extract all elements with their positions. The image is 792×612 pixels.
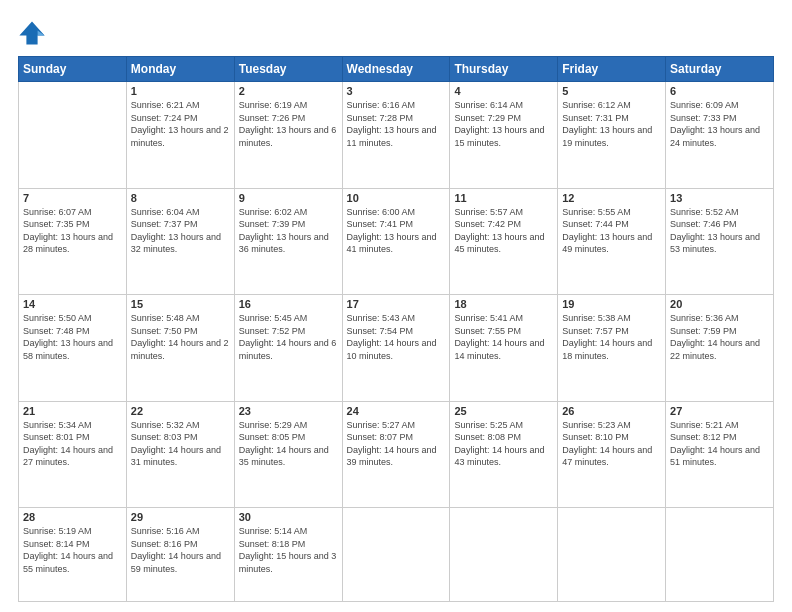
day-number: 13	[670, 192, 769, 204]
calendar-cell: 17Sunrise: 5:43 AMSunset: 7:54 PMDayligh…	[342, 295, 450, 402]
calendar-cell: 14Sunrise: 5:50 AMSunset: 7:48 PMDayligh…	[19, 295, 127, 402]
calendar-week-row: 28Sunrise: 5:19 AMSunset: 8:14 PMDayligh…	[19, 508, 774, 602]
day-info: Sunrise: 6:16 AMSunset: 7:28 PMDaylight:…	[347, 99, 446, 149]
calendar-cell: 13Sunrise: 5:52 AMSunset: 7:46 PMDayligh…	[666, 188, 774, 295]
calendar-cell: 7Sunrise: 6:07 AMSunset: 7:35 PMDaylight…	[19, 188, 127, 295]
day-info: Sunrise: 6:14 AMSunset: 7:29 PMDaylight:…	[454, 99, 553, 149]
day-info: Sunrise: 5:50 AMSunset: 7:48 PMDaylight:…	[23, 312, 122, 362]
calendar-cell: 4Sunrise: 6:14 AMSunset: 7:29 PMDaylight…	[450, 82, 558, 189]
weekday-header-saturday: Saturday	[666, 57, 774, 82]
calendar-cell: 19Sunrise: 5:38 AMSunset: 7:57 PMDayligh…	[558, 295, 666, 402]
weekday-header-monday: Monday	[126, 57, 234, 82]
calendar-cell: 22Sunrise: 5:32 AMSunset: 8:03 PMDayligh…	[126, 401, 234, 508]
day-info: Sunrise: 5:14 AMSunset: 8:18 PMDaylight:…	[239, 525, 338, 575]
calendar-cell: 29Sunrise: 5:16 AMSunset: 8:16 PMDayligh…	[126, 508, 234, 602]
calendar-cell	[342, 508, 450, 602]
calendar-cell: 1Sunrise: 6:21 AMSunset: 7:24 PMDaylight…	[126, 82, 234, 189]
day-info: Sunrise: 5:34 AMSunset: 8:01 PMDaylight:…	[23, 419, 122, 469]
day-info: Sunrise: 5:25 AMSunset: 8:08 PMDaylight:…	[454, 419, 553, 469]
calendar-cell	[19, 82, 127, 189]
day-number: 28	[23, 511, 122, 523]
day-number: 17	[347, 298, 446, 310]
calendar-cell: 21Sunrise: 5:34 AMSunset: 8:01 PMDayligh…	[19, 401, 127, 508]
logo-icon	[18, 18, 46, 46]
day-number: 21	[23, 405, 122, 417]
weekday-header-row: SundayMondayTuesdayWednesdayThursdayFrid…	[19, 57, 774, 82]
calendar-cell: 2Sunrise: 6:19 AMSunset: 7:26 PMDaylight…	[234, 82, 342, 189]
calendar-cell: 20Sunrise: 5:36 AMSunset: 7:59 PMDayligh…	[666, 295, 774, 402]
weekday-header-tuesday: Tuesday	[234, 57, 342, 82]
day-number: 18	[454, 298, 553, 310]
calendar-week-row: 7Sunrise: 6:07 AMSunset: 7:35 PMDaylight…	[19, 188, 774, 295]
day-info: Sunrise: 5:27 AMSunset: 8:07 PMDaylight:…	[347, 419, 446, 469]
calendar-cell: 12Sunrise: 5:55 AMSunset: 7:44 PMDayligh…	[558, 188, 666, 295]
day-info: Sunrise: 5:57 AMSunset: 7:42 PMDaylight:…	[454, 206, 553, 256]
day-number: 27	[670, 405, 769, 417]
day-number: 7	[23, 192, 122, 204]
day-number: 2	[239, 85, 338, 97]
calendar-cell: 15Sunrise: 5:48 AMSunset: 7:50 PMDayligh…	[126, 295, 234, 402]
day-info: Sunrise: 5:23 AMSunset: 8:10 PMDaylight:…	[562, 419, 661, 469]
calendar-cell	[450, 508, 558, 602]
day-info: Sunrise: 5:45 AMSunset: 7:52 PMDaylight:…	[239, 312, 338, 362]
calendar-cell: 10Sunrise: 6:00 AMSunset: 7:41 PMDayligh…	[342, 188, 450, 295]
day-info: Sunrise: 5:16 AMSunset: 8:16 PMDaylight:…	[131, 525, 230, 575]
calendar-cell: 16Sunrise: 5:45 AMSunset: 7:52 PMDayligh…	[234, 295, 342, 402]
day-info: Sunrise: 6:12 AMSunset: 7:31 PMDaylight:…	[562, 99, 661, 149]
calendar-cell: 11Sunrise: 5:57 AMSunset: 7:42 PMDayligh…	[450, 188, 558, 295]
day-number: 19	[562, 298, 661, 310]
day-info: Sunrise: 5:48 AMSunset: 7:50 PMDaylight:…	[131, 312, 230, 362]
day-number: 4	[454, 85, 553, 97]
calendar-cell: 23Sunrise: 5:29 AMSunset: 8:05 PMDayligh…	[234, 401, 342, 508]
day-info: Sunrise: 5:52 AMSunset: 7:46 PMDaylight:…	[670, 206, 769, 256]
day-info: Sunrise: 5:32 AMSunset: 8:03 PMDaylight:…	[131, 419, 230, 469]
day-info: Sunrise: 5:55 AMSunset: 7:44 PMDaylight:…	[562, 206, 661, 256]
day-number: 5	[562, 85, 661, 97]
day-info: Sunrise: 6:00 AMSunset: 7:41 PMDaylight:…	[347, 206, 446, 256]
calendar-cell: 26Sunrise: 5:23 AMSunset: 8:10 PMDayligh…	[558, 401, 666, 508]
calendar-cell: 24Sunrise: 5:27 AMSunset: 8:07 PMDayligh…	[342, 401, 450, 508]
day-number: 29	[131, 511, 230, 523]
calendar-cell	[558, 508, 666, 602]
day-number: 15	[131, 298, 230, 310]
day-number: 12	[562, 192, 661, 204]
day-info: Sunrise: 6:02 AMSunset: 7:39 PMDaylight:…	[239, 206, 338, 256]
weekday-header-wednesday: Wednesday	[342, 57, 450, 82]
day-info: Sunrise: 5:19 AMSunset: 8:14 PMDaylight:…	[23, 525, 122, 575]
calendar-cell: 30Sunrise: 5:14 AMSunset: 8:18 PMDayligh…	[234, 508, 342, 602]
day-number: 20	[670, 298, 769, 310]
calendar-cell: 9Sunrise: 6:02 AMSunset: 7:39 PMDaylight…	[234, 188, 342, 295]
calendar-cell: 6Sunrise: 6:09 AMSunset: 7:33 PMDaylight…	[666, 82, 774, 189]
calendar-cell: 18Sunrise: 5:41 AMSunset: 7:55 PMDayligh…	[450, 295, 558, 402]
day-number: 26	[562, 405, 661, 417]
calendar-cell: 5Sunrise: 6:12 AMSunset: 7:31 PMDaylight…	[558, 82, 666, 189]
calendar-week-row: 1Sunrise: 6:21 AMSunset: 7:24 PMDaylight…	[19, 82, 774, 189]
calendar-week-row: 21Sunrise: 5:34 AMSunset: 8:01 PMDayligh…	[19, 401, 774, 508]
day-number: 25	[454, 405, 553, 417]
day-info: Sunrise: 6:19 AMSunset: 7:26 PMDaylight:…	[239, 99, 338, 149]
calendar-cell: 28Sunrise: 5:19 AMSunset: 8:14 PMDayligh…	[19, 508, 127, 602]
calendar-cell	[666, 508, 774, 602]
day-number: 10	[347, 192, 446, 204]
day-info: Sunrise: 5:43 AMSunset: 7:54 PMDaylight:…	[347, 312, 446, 362]
day-info: Sunrise: 5:38 AMSunset: 7:57 PMDaylight:…	[562, 312, 661, 362]
day-info: Sunrise: 5:41 AMSunset: 7:55 PMDaylight:…	[454, 312, 553, 362]
day-number: 23	[239, 405, 338, 417]
day-number: 8	[131, 192, 230, 204]
weekday-header-thursday: Thursday	[450, 57, 558, 82]
calendar-cell: 3Sunrise: 6:16 AMSunset: 7:28 PMDaylight…	[342, 82, 450, 189]
day-number: 30	[239, 511, 338, 523]
day-info: Sunrise: 6:09 AMSunset: 7:33 PMDaylight:…	[670, 99, 769, 149]
day-number: 6	[670, 85, 769, 97]
calendar-week-row: 14Sunrise: 5:50 AMSunset: 7:48 PMDayligh…	[19, 295, 774, 402]
day-info: Sunrise: 5:36 AMSunset: 7:59 PMDaylight:…	[670, 312, 769, 362]
day-info: Sunrise: 6:07 AMSunset: 7:35 PMDaylight:…	[23, 206, 122, 256]
calendar-cell: 8Sunrise: 6:04 AMSunset: 7:37 PMDaylight…	[126, 188, 234, 295]
day-number: 24	[347, 405, 446, 417]
day-number: 9	[239, 192, 338, 204]
day-info: Sunrise: 6:04 AMSunset: 7:37 PMDaylight:…	[131, 206, 230, 256]
day-number: 1	[131, 85, 230, 97]
day-number: 14	[23, 298, 122, 310]
day-number: 16	[239, 298, 338, 310]
day-number: 22	[131, 405, 230, 417]
